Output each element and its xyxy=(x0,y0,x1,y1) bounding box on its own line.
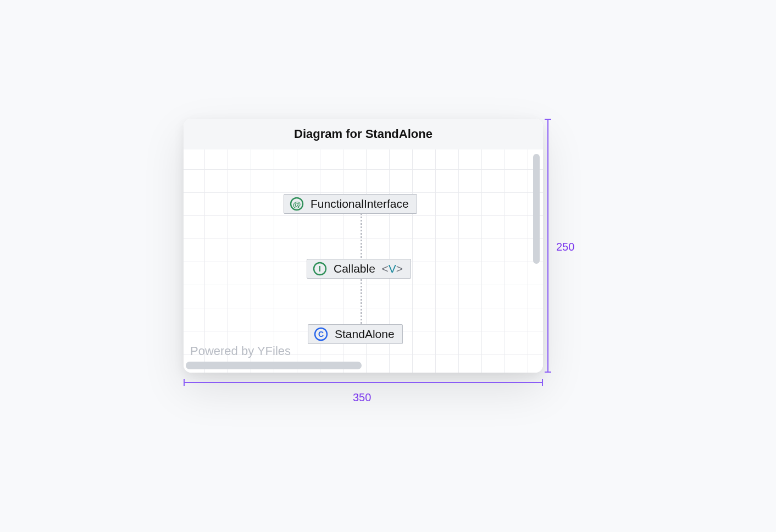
node-callable[interactable]: I Callable <V> xyxy=(307,259,411,279)
interface-icon: I xyxy=(313,262,327,276)
class-icon: C xyxy=(314,327,328,341)
node-label: FunctionalInterface xyxy=(311,197,409,210)
node-label: StandAlone xyxy=(335,328,395,341)
svg-text:@: @ xyxy=(293,199,301,209)
height-ruler-label: 250 xyxy=(556,241,574,253)
node-standalone[interactable]: C StandAlone xyxy=(308,324,403,344)
horizontal-scrollbar[interactable] xyxy=(186,362,362,369)
node-functional-interface[interactable]: @ FunctionalInterface xyxy=(284,194,417,214)
height-ruler xyxy=(547,119,548,373)
diagram-card: Diagram for StandAlone @ FunctionalInter… xyxy=(184,119,543,373)
svg-text:I: I xyxy=(319,264,321,273)
card-title: Diagram for StandAlone xyxy=(184,119,543,149)
diagram-canvas[interactable]: @ FunctionalInterface I Callable <V> xyxy=(184,149,543,373)
node-label: Callable <V> xyxy=(334,262,403,275)
vertical-scrollbar[interactable] xyxy=(533,154,540,264)
annotation-icon: @ xyxy=(290,197,304,211)
width-ruler-label: 350 xyxy=(353,391,371,404)
watermark-text: Powered by YFiles xyxy=(190,344,291,358)
width-ruler xyxy=(184,382,543,383)
svg-text:C: C xyxy=(318,330,324,339)
